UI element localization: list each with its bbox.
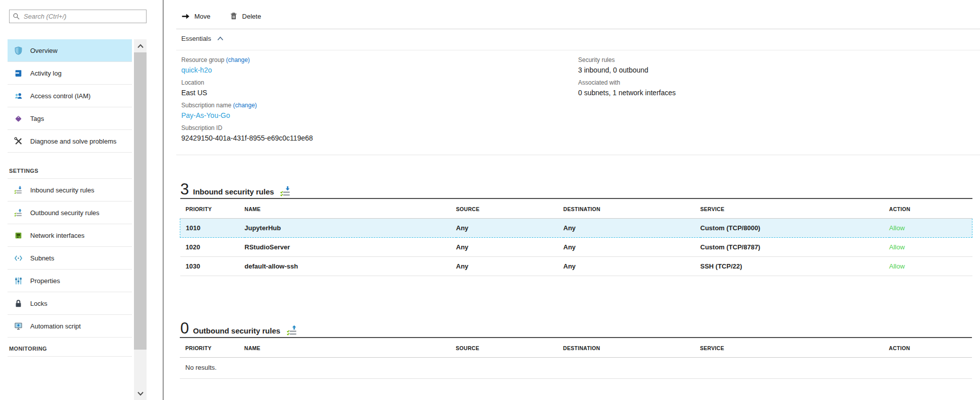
inbound-rules-title: Inbound security rules bbox=[193, 186, 274, 198]
subscription-change-link[interactable]: (change) bbox=[233, 102, 257, 109]
cell-priority: 1020 bbox=[180, 238, 245, 257]
cell-destination: Any bbox=[564, 257, 701, 276]
location-value: East US bbox=[181, 88, 313, 98]
toolbar-divider bbox=[176, 29, 980, 29]
column-header-source: SOURCE bbox=[456, 198, 564, 219]
essentials-title: Essentials bbox=[181, 35, 211, 42]
shield-icon bbox=[14, 46, 23, 55]
sidebar-search bbox=[9, 10, 147, 23]
cell-action: Allow bbox=[889, 238, 972, 257]
move-button[interactable]: Move bbox=[181, 13, 211, 20]
sidebar-item-activity-log[interactable]: Activity log bbox=[8, 62, 132, 85]
scrollbar-up-button[interactable] bbox=[134, 39, 147, 52]
cell-name: JupyterHub bbox=[245, 219, 456, 238]
outbound-rules-heading: 0 Outbound security rules bbox=[180, 316, 298, 337]
essentials-toggle[interactable]: Essentials bbox=[181, 32, 224, 44]
subscription-id-label: Subscription ID bbox=[181, 124, 313, 132]
field-subscription-id: Subscription ID 92429150-401a-431f-8955-… bbox=[181, 124, 313, 143]
sidebar-item-subnets[interactable]: Subnets bbox=[8, 247, 132, 270]
sidebar-item-diagnose[interactable]: Diagnose and solve problems bbox=[8, 130, 132, 153]
search-input[interactable] bbox=[24, 13, 143, 20]
table-row[interactable]: 1030 default-allow-ssh Any Any SSH (TCP/… bbox=[180, 257, 972, 276]
sidebar-item-network-interfaces[interactable]: Network interfaces bbox=[8, 224, 132, 247]
subscription-id-value: 92429150-401a-431f-8955-e69c0c119e68 bbox=[181, 133, 313, 143]
cell-service: SSH (TCP/22) bbox=[701, 257, 889, 276]
outbound-rules-table: PRIORITY NAME SOURCE DESTINATION SERVICE… bbox=[180, 337, 972, 379]
nsg-overview-page: Overview Activity log Access control (IA… bbox=[0, 0, 980, 400]
sidebar-item-label: Outbound security rules bbox=[30, 209, 99, 217]
subscription-name-value[interactable]: Pay-As-You-Go bbox=[181, 110, 313, 120]
column-header-priority: PRIORITY bbox=[180, 338, 244, 358]
table-header-row: PRIORITY NAME SOURCE DESTINATION SERVICE… bbox=[180, 198, 972, 219]
cell-service: Custom (TCP/8787) bbox=[701, 238, 889, 257]
column-header-destination: DESTINATION bbox=[563, 338, 700, 358]
collapse-chevron-icon bbox=[217, 36, 224, 41]
inbound-rules-icon bbox=[280, 186, 291, 197]
no-results-message: No results. bbox=[180, 358, 972, 379]
activity-log-icon bbox=[14, 69, 23, 78]
cell-source: Any bbox=[456, 257, 564, 276]
field-subscription-name: Subscription name (change) Pay-As-You-Go bbox=[181, 101, 313, 120]
outbound-rules-count: 0 bbox=[180, 320, 189, 337]
field-security-rules: Security rules 3 inbound, 0 outbound bbox=[578, 56, 676, 75]
move-button-label: Move bbox=[194, 13, 211, 20]
move-arrow-icon bbox=[181, 13, 190, 20]
cell-priority: 1030 bbox=[180, 257, 245, 276]
field-associated-with: Associated with 0 subnets, 1 network int… bbox=[578, 79, 676, 98]
sidebar-item-automation-script[interactable]: Automation script bbox=[8, 315, 132, 338]
cell-priority: 1010 bbox=[180, 219, 245, 238]
table-row[interactable]: 1020 RStudioServer Any Any Custom (TCP/8… bbox=[180, 238, 972, 257]
cell-action: Allow bbox=[889, 219, 972, 238]
monitoring-section-header: MONITORING bbox=[8, 338, 132, 357]
column-header-destination: DESTINATION bbox=[564, 198, 701, 219]
delete-button-label: Delete bbox=[242, 13, 261, 20]
sidebar-item-label: Subnets bbox=[30, 254, 54, 262]
sidebar-item-access-control[interactable]: Access control (IAM) bbox=[8, 85, 132, 107]
field-resource-group: Resource group (change) quick-h2o bbox=[181, 56, 313, 75]
properties-icon bbox=[14, 277, 23, 285]
column-header-action: ACTION bbox=[889, 198, 972, 219]
cell-destination: Any bbox=[564, 219, 701, 238]
associated-with-label: Associated with bbox=[578, 79, 676, 87]
tag-icon bbox=[14, 114, 23, 123]
cell-name: RStudioServer bbox=[245, 238, 456, 257]
sidebar-item-label: Properties bbox=[30, 277, 60, 285]
sidebar-item-overview[interactable]: Overview bbox=[8, 39, 132, 62]
sidebar-scrollbar bbox=[134, 39, 147, 400]
subnets-icon bbox=[14, 254, 23, 262]
sidebar-item-label: Inbound security rules bbox=[30, 186, 94, 194]
sidebar-item-locks[interactable]: Locks bbox=[8, 292, 132, 315]
delete-button[interactable]: Delete bbox=[230, 12, 261, 20]
scrollbar-thumb[interactable] bbox=[134, 52, 147, 350]
resource-group-change-link[interactable]: (change) bbox=[226, 56, 250, 63]
resource-group-label: Resource group bbox=[181, 56, 224, 63]
sidebar-item-label: Locks bbox=[30, 300, 47, 307]
security-rules-value: 3 inbound, 0 outbound bbox=[578, 65, 676, 75]
table-row[interactable]: 1010 JupyterHub Any Any Custom (TCP/8000… bbox=[180, 219, 972, 238]
essentials-left-column: Resource group (change) quick-h2o Locati… bbox=[181, 56, 313, 147]
column-header-service: SERVICE bbox=[701, 198, 889, 219]
inbound-rules-heading: 3 Inbound security rules bbox=[180, 177, 291, 198]
panel-divider bbox=[163, 0, 164, 400]
essentials-top-divider bbox=[176, 50, 980, 50]
settings-section-header: SETTINGS bbox=[8, 160, 132, 179]
network-interfaces-icon bbox=[14, 231, 23, 240]
sidebar-item-label: Diagnose and solve problems bbox=[30, 138, 116, 145]
scrollbar-down-button[interactable] bbox=[134, 387, 147, 400]
sidebar-item-label: Access control (IAM) bbox=[30, 92, 91, 100]
command-toolbar: Move Delete bbox=[181, 9, 261, 23]
column-header-source: SOURCE bbox=[456, 338, 563, 358]
inbound-rules-count: 3 bbox=[180, 181, 189, 198]
sidebar-item-outbound-security-rules[interactable]: Outbound security rules bbox=[8, 202, 132, 224]
cell-service: Custom (TCP/8000) bbox=[701, 219, 889, 238]
resource-group-value[interactable]: quick-h2o bbox=[181, 65, 313, 75]
essentials-right-column: Security rules 3 inbound, 0 outbound Ass… bbox=[578, 56, 676, 101]
automation-script-icon bbox=[14, 322, 23, 330]
subscription-name-label: Subscription name bbox=[181, 102, 231, 109]
sidebar-item-label: Network interfaces bbox=[30, 232, 85, 239]
sidebar-item-properties[interactable]: Properties bbox=[8, 270, 132, 292]
sidebar-item-inbound-security-rules[interactable]: Inbound security rules bbox=[8, 179, 132, 202]
associated-with-value: 0 subnets, 1 network interfaces bbox=[578, 88, 676, 98]
sidebar-item-label: Activity log bbox=[30, 70, 61, 77]
sidebar-item-tags[interactable]: Tags bbox=[8, 107, 132, 130]
